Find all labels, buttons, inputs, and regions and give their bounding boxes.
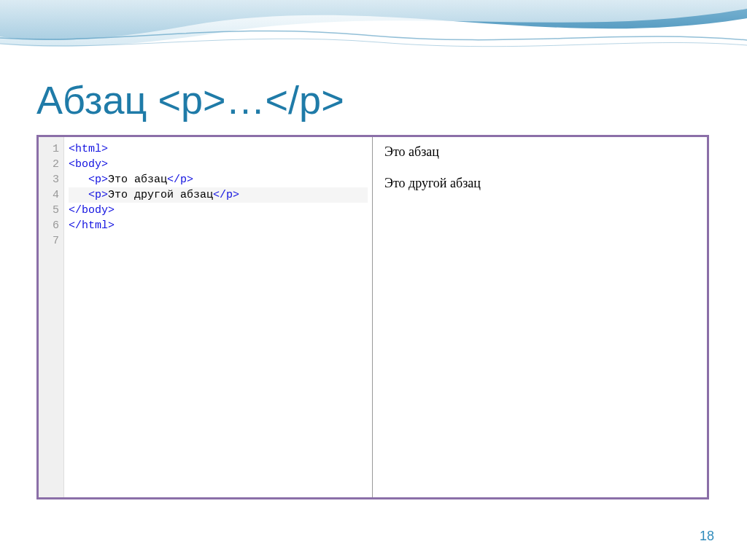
code-line: <html> xyxy=(69,141,368,157)
slide-title: Абзац <p>…</p> xyxy=(36,77,344,122)
code-tag: <html> xyxy=(69,143,108,155)
code-line xyxy=(69,233,368,249)
code-text xyxy=(69,174,88,186)
line-number: 6 xyxy=(43,218,59,233)
line-gutter: 1234567 xyxy=(39,137,64,497)
code-area: <html><body> <p>Это абзац</p> <p>Это дру… xyxy=(64,137,372,497)
code-text xyxy=(69,189,88,201)
code-tag: <p> xyxy=(88,174,108,186)
line-number: 2 xyxy=(43,157,59,172)
editor-pane: 1234567 <html><body> <p>Это абзац</p> <p… xyxy=(39,137,707,497)
preview-side: Это абзац Это другой абзац xyxy=(373,137,707,497)
code-text: Это абзац xyxy=(108,174,167,186)
line-number: 1 xyxy=(43,141,59,157)
code-line: <p>Это абзац</p> xyxy=(69,172,368,187)
line-number: 5 xyxy=(43,203,59,218)
line-number: 4 xyxy=(43,187,59,203)
code-line: <p>Это другой абзац</p> xyxy=(69,187,368,203)
preview-paragraph-2: Это другой абзац xyxy=(384,176,695,191)
preview-paragraph-1: Это абзац xyxy=(384,144,695,160)
code-line: </body> xyxy=(69,203,368,218)
page-number: 18 xyxy=(700,529,714,544)
decorative-wave xyxy=(0,0,747,66)
code-tag: </html> xyxy=(69,219,115,232)
code-tag: </p> xyxy=(167,174,193,186)
line-number: 3 xyxy=(43,172,59,187)
code-line: <body> xyxy=(69,157,368,172)
code-line: </html> xyxy=(69,218,368,233)
code-tag: </body> xyxy=(69,204,115,217)
code-text: Это другой абзац xyxy=(108,189,213,201)
code-tag: <p> xyxy=(88,189,108,201)
code-side: 1234567 <html><body> <p>Это абзац</p> <p… xyxy=(39,137,373,497)
content-frame: 1234567 <html><body> <p>Это абзац</p> <p… xyxy=(36,135,709,499)
code-tag: <body> xyxy=(69,158,108,171)
line-number: 7 xyxy=(43,233,59,249)
code-tag: </p> xyxy=(213,189,239,201)
